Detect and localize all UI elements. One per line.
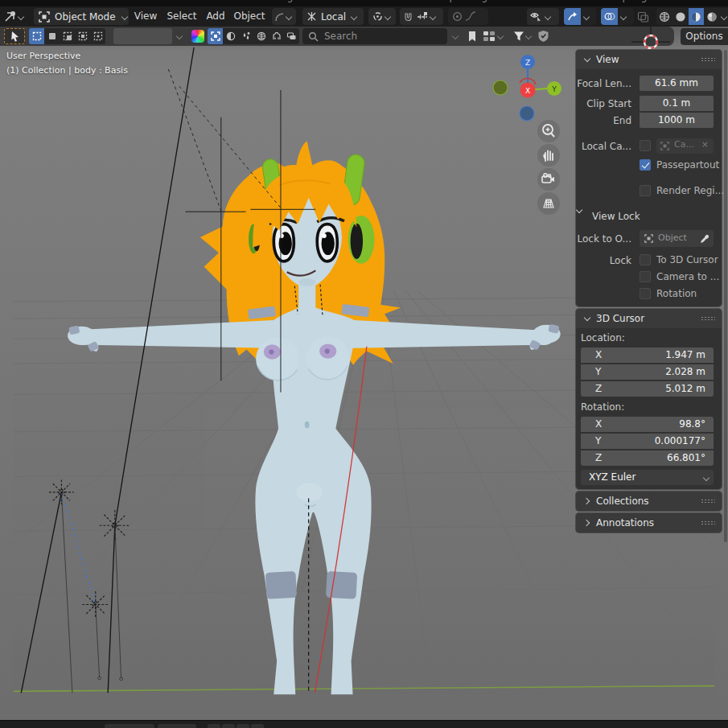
playback-button[interactable] [251, 724, 264, 728]
local-camera-checkbox[interactable] [640, 140, 651, 151]
visibility-eye-icon [530, 11, 542, 22]
xray-toggle[interactable] [637, 8, 652, 25]
panel-grip-handle[interactable] [701, 499, 715, 504]
paint-mask-button[interactable] [208, 28, 223, 44]
lock-rotation-checkbox[interactable] [640, 288, 651, 299]
filter-icon[interactable] [513, 31, 524, 42]
shading-wireframe-button[interactable] [656, 8, 672, 25]
select-box-button[interactable] [44, 28, 60, 44]
tab-animation[interactable]: Animation [76, 0, 125, 2]
menu-object[interactable]: Object [232, 6, 267, 27]
gizmo-y-neg-axis[interactable] [493, 80, 508, 95]
add-tab-button[interactable]: + [706, 0, 714, 2]
panel-view-header[interactable]: View [576, 50, 722, 69]
active-tool-button[interactable] [4, 28, 25, 44]
cursor-rotation-z-field[interactable]: Z66.801° [581, 450, 714, 466]
panel-grip-handle[interactable] [701, 316, 715, 321]
panel-annotations-header[interactable]: Annotations [576, 513, 722, 533]
eyedropper-icon[interactable] [700, 234, 709, 244]
shading-material-button[interactable] [689, 8, 705, 25]
editor-type-button[interactable] [3, 8, 32, 25]
camera-view-button[interactable] [537, 168, 560, 191]
object-visibility-dropdown[interactable] [527, 8, 559, 25]
select-tweak-button[interactable] [29, 28, 44, 44]
rotation-order-dropdown[interactable]: XYZ Euler [581, 470, 714, 485]
expand-arrow-icon [584, 498, 590, 504]
local-camera-field[interactable]: Ca... × [656, 138, 714, 154]
cursor-rotation-y-field[interactable]: Y0.000177° [581, 434, 714, 449]
brush-preview-dropdown[interactable] [113, 28, 172, 44]
transform-gizmos-dropdown[interactable] [272, 8, 296, 25]
search-input[interactable]: Search [302, 28, 447, 44]
solid-icon [675, 11, 686, 23]
tab-rendering[interactable]: Rendering [244, 0, 293, 2]
display-mode-icon[interactable] [483, 31, 496, 42]
cursor-location-x-field[interactable]: X1.947 m [581, 348, 714, 363]
tab-compositing[interactable]: Compositing [427, 0, 487, 2]
options-button[interactable]: Options [681, 28, 728, 45]
clip-start-label: Clip Start [551, 96, 631, 112]
panel-view-title: View [596, 54, 619, 65]
shield-icon[interactable] [537, 30, 549, 43]
playback-button[interactable] [236, 724, 249, 728]
panel-3d-cursor-header[interactable]: 3D Cursor [576, 309, 722, 328]
select-lasso-button[interactable] [75, 28, 90, 44]
shading-solid-button[interactable] [672, 8, 689, 25]
perspective-toggle-button[interactable] [537, 192, 560, 215]
overlays-dropdown[interactable] [601, 8, 634, 25]
panel-grip-handle[interactable] [701, 520, 715, 525]
camera-to-view-checkbox[interactable] [640, 271, 651, 282]
transform-orientation-dropdown[interactable]: Local [302, 8, 364, 25]
color-picker-icon[interactable] [191, 30, 204, 43]
passepartout-label: Passepartout [656, 158, 719, 173]
gizmos-dropdown[interactable] [564, 8, 596, 25]
panel-grip-handle[interactable] [701, 57, 715, 62]
cursor-rotation-x-field[interactable]: X98.8° [581, 417, 714, 432]
menu-add[interactable]: Add [203, 6, 228, 27]
mode-dropdown[interactable]: Object Mode [34, 8, 129, 25]
gizmo-arrow-icon [567, 11, 578, 22]
character-model[interactable] [68, 142, 561, 695]
select-intersect-button[interactable] [90, 28, 105, 44]
gizmo-z-neg-axis[interactable] [520, 106, 534, 121]
shading-rendered-button[interactable] [704, 8, 720, 25]
timeline-widget[interactable] [158, 724, 196, 728]
view-lock-subpanel-header[interactable]: View Lock [576, 208, 722, 225]
menu-view[interactable]: View [131, 6, 160, 27]
gizmo-z-label: Z [525, 59, 530, 67]
playback-button[interactable] [222, 724, 235, 728]
clip-start-field[interactable]: 0.1 m [640, 96, 714, 111]
panel-annotations-title: Annotations [596, 517, 654, 529]
half-sphere-button[interactable] [223, 28, 238, 44]
render-region-checkbox[interactable] [640, 185, 651, 196]
clamp-button[interactable] [269, 28, 284, 44]
bookmark-icon[interactable] [467, 31, 477, 43]
timeline-widget[interactable] [105, 724, 154, 728]
y-axis-line [14, 686, 715, 692]
tab-scripting[interactable]: Scripting [604, 0, 647, 2]
cursor-location-y-field[interactable]: Y2.028 m [581, 364, 714, 380]
viewport-view-label: User Perspective [6, 51, 128, 61]
kneepad-right [326, 571, 357, 599]
chin-shadow [298, 278, 315, 286]
snap-group[interactable] [400, 8, 443, 25]
globe-button[interactable] [253, 28, 269, 44]
clear-icon[interactable]: × [701, 139, 709, 150]
sidebar-scrollbar[interactable] [724, 50, 727, 542]
passepartout-checkbox[interactable] [640, 159, 651, 171]
select-circle-button[interactable] [60, 28, 75, 44]
cursor-location-z-field[interactable]: Z5.012 m [581, 381, 714, 397]
pivot-point-dropdown[interactable] [368, 8, 396, 25]
lock-3d-cursor-checkbox[interactable] [640, 254, 651, 265]
proportional-edit-group[interactable] [448, 8, 488, 25]
playback-button[interactable] [208, 724, 220, 728]
panel-collections-header[interactable]: Collections [576, 492, 722, 511]
menu-select[interactable]: Select [165, 6, 199, 27]
layers-button[interactable] [284, 28, 299, 44]
lock-object-field[interactable]: Object [640, 230, 714, 247]
clip-end-field[interactable]: 1000 m [640, 113, 714, 128]
focal-length-field[interactable]: 61.6 mm [640, 76, 714, 91]
collapse-arrow-icon [584, 56, 590, 63]
droplets-button[interactable] [238, 28, 253, 44]
lock-label: Lock [551, 253, 631, 269]
